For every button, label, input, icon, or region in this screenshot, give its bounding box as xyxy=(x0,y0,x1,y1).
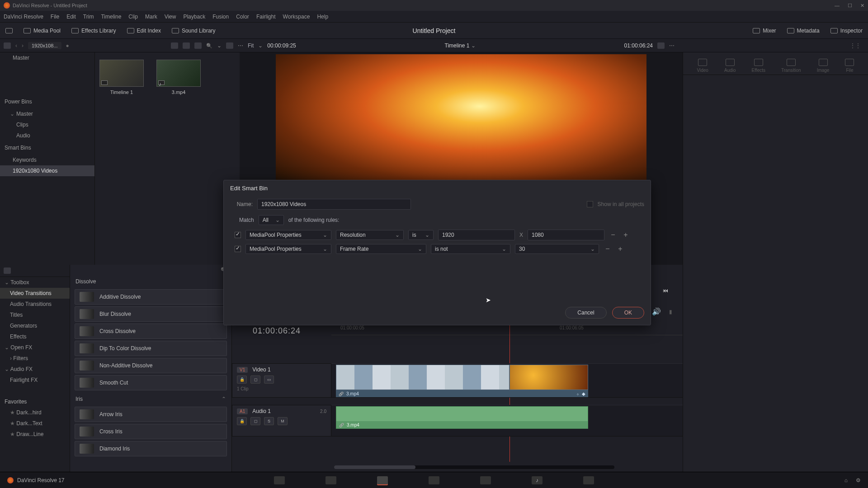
fx-item[interactable]: Blur Dissolve xyxy=(75,306,227,322)
fx-item[interactable]: Cross Dissolve xyxy=(75,324,227,339)
audio-clip[interactable]: 3.mp4 xyxy=(336,406,588,429)
page-deliver-icon[interactable] xyxy=(583,476,594,484)
inspector-expand-icon[interactable]: ⋮⋮ xyxy=(850,42,861,49)
fx-cat-titles[interactable]: Titles xyxy=(0,310,70,320)
bin-view-icon[interactable] xyxy=(4,42,11,49)
track-mute-button[interactable]: M xyxy=(278,417,288,425)
sound-library-button[interactable]: Sound Library xyxy=(172,28,216,34)
rule-value-select[interactable]: 30 xyxy=(515,244,599,254)
settings-gear-icon[interactable]: ⚙ xyxy=(856,477,861,483)
thumb-view-icon[interactable] xyxy=(183,42,190,49)
collapse-icon[interactable]: ⌃ xyxy=(222,396,226,402)
more-icon[interactable]: ⋯ xyxy=(238,42,243,49)
track-enable-icon[interactable]: ▭ xyxy=(264,375,274,384)
add-rule-button[interactable]: + xyxy=(622,231,630,239)
list-view-icon[interactable] xyxy=(171,42,178,49)
timeline-scrollbar[interactable] xyxy=(334,465,614,469)
timeline-ruler[interactable]: 01:00:00:05 01:00:06:05 xyxy=(331,324,683,335)
media-thumb[interactable]: ♪ 3.mp4 xyxy=(156,60,201,95)
inspector-tab-transition[interactable]: Transition xyxy=(781,59,801,73)
menu-item[interactable]: Fusion xyxy=(212,14,229,20)
menu-item[interactable]: Workspace xyxy=(283,14,310,20)
menu-item[interactable]: Help xyxy=(317,14,328,20)
rule-value-width-input[interactable] xyxy=(438,230,515,240)
bypass-icon[interactable] xyxy=(657,42,665,49)
fx-favorite-item[interactable]: ★ Dark...hird xyxy=(0,407,70,418)
menu-item[interactable]: Trim xyxy=(83,14,94,20)
audio-track-body[interactable]: 3.mp4 xyxy=(331,405,683,436)
remove-rule-button[interactable]: − xyxy=(609,231,617,239)
fx-item[interactable]: Additive Dissolve xyxy=(75,289,227,305)
track-auto-select-icon[interactable]: ◻ xyxy=(250,375,260,384)
viewer-canvas[interactable] xyxy=(276,54,646,184)
track-tag[interactable]: A1 xyxy=(237,408,248,414)
rule-property-select[interactable]: Frame Rate xyxy=(336,244,426,254)
rule-category-select[interactable]: MediaPool Properties xyxy=(245,244,331,254)
power-bin-clips[interactable]: Clips xyxy=(0,119,94,130)
match-mode-select[interactable]: All xyxy=(259,215,284,225)
page-fusion-icon[interactable] xyxy=(429,476,439,484)
edit-index-button[interactable]: Edit Index xyxy=(127,28,161,34)
remove-rule-button[interactable]: − xyxy=(604,245,612,253)
media-thumb[interactable]: Timeline 1 xyxy=(99,60,144,95)
ok-button[interactable]: OK xyxy=(612,307,644,319)
menu-item[interactable]: Clip xyxy=(128,14,138,20)
smart-bin-name-input[interactable] xyxy=(257,199,411,210)
menu-item[interactable]: Color xyxy=(236,14,249,20)
menu-item[interactable]: File xyxy=(51,14,59,20)
fx-cat-toolbox[interactable]: Toolbox xyxy=(0,277,70,288)
add-rule-button[interactable]: + xyxy=(616,245,624,253)
fx-item[interactable]: Diamond Iris xyxy=(75,441,227,456)
search-icon[interactable] xyxy=(206,42,212,49)
fx-item[interactable]: Cross Iris xyxy=(75,424,227,439)
prev-clip-button[interactable]: ⏮ xyxy=(663,287,668,294)
track-auto-select-icon[interactable]: ◻ xyxy=(250,417,260,425)
fx-cat-filters[interactable]: › Filters xyxy=(0,353,70,364)
minimize-button[interactable]: — xyxy=(835,3,840,9)
rule-operator-select[interactable]: is not xyxy=(431,244,510,254)
track-lock-icon[interactable]: 🔒 xyxy=(237,375,247,384)
close-button[interactable]: ✕ xyxy=(860,3,864,9)
menu-item[interactable]: DaVinci Resolve xyxy=(4,14,43,20)
fx-favorite-item[interactable]: ★ Dark...Text xyxy=(0,418,70,429)
media-pool-button[interactable]: Media Pool xyxy=(24,28,61,34)
page-edit-icon[interactable] xyxy=(377,476,388,484)
menu-item[interactable]: Playback xyxy=(183,14,205,20)
cancel-button[interactable]: Cancel xyxy=(565,307,606,319)
inspector-tab-file[interactable]: File xyxy=(845,59,854,73)
fx-cat-effects[interactable]: Effects xyxy=(0,331,70,342)
bin-resolution-label[interactable]: 1920x108... xyxy=(28,42,61,49)
viewer-fit-dropdown[interactable]: Fit xyxy=(248,42,254,49)
nav-next-icon[interactable]: › xyxy=(22,42,24,49)
show-in-all-projects-checkbox[interactable] xyxy=(587,201,593,207)
menu-item[interactable]: Fairlight xyxy=(256,14,276,20)
rule-enable-checkbox[interactable] xyxy=(235,246,241,252)
rule-category-select[interactable]: MediaPool Properties xyxy=(245,230,331,240)
page-media-icon[interactable] xyxy=(274,476,285,484)
clip-fx-icon[interactable]: ⬨ xyxy=(576,391,579,396)
page-color-icon[interactable] xyxy=(480,476,491,484)
fx-cat-audiofx[interactable]: Audio FX xyxy=(0,364,70,375)
inspector-tab-effects[interactable]: Effects xyxy=(752,59,765,73)
fx-favorite-item[interactable]: ★ Draw...Line xyxy=(0,429,70,440)
video-clip[interactable] xyxy=(509,365,588,390)
fx-item[interactable]: Arrow Iris xyxy=(75,407,227,422)
fx-item[interactable]: Dip To Color Dissolve xyxy=(75,341,227,356)
strip-view-icon[interactable] xyxy=(194,42,202,49)
track-tag[interactable]: V1 xyxy=(237,367,248,373)
menu-item[interactable]: Timeline xyxy=(101,14,121,20)
rule-enable-checkbox[interactable] xyxy=(235,232,241,238)
bin-master[interactable]: Master xyxy=(0,52,94,63)
chevron-down-icon[interactable]: ⌄ xyxy=(258,42,263,49)
menu-item[interactable]: Edit xyxy=(66,14,76,20)
fx-item[interactable]: Smooth Cut xyxy=(75,375,227,390)
inspector-tab-video[interactable]: Video xyxy=(697,59,708,73)
rule-value-height-input[interactable] xyxy=(528,230,604,240)
volume-icon[interactable]: 🔊 xyxy=(652,307,661,316)
video-clip[interactable] xyxy=(336,365,509,390)
scrollbar-thumb[interactable] xyxy=(334,465,415,469)
track-lock-icon[interactable]: 🔒 xyxy=(237,417,247,425)
menu-item[interactable]: Mark xyxy=(145,14,157,20)
power-bin-audio[interactable]: Audio xyxy=(0,130,94,141)
sort-dropdown-icon[interactable]: ⌄ xyxy=(217,42,222,49)
